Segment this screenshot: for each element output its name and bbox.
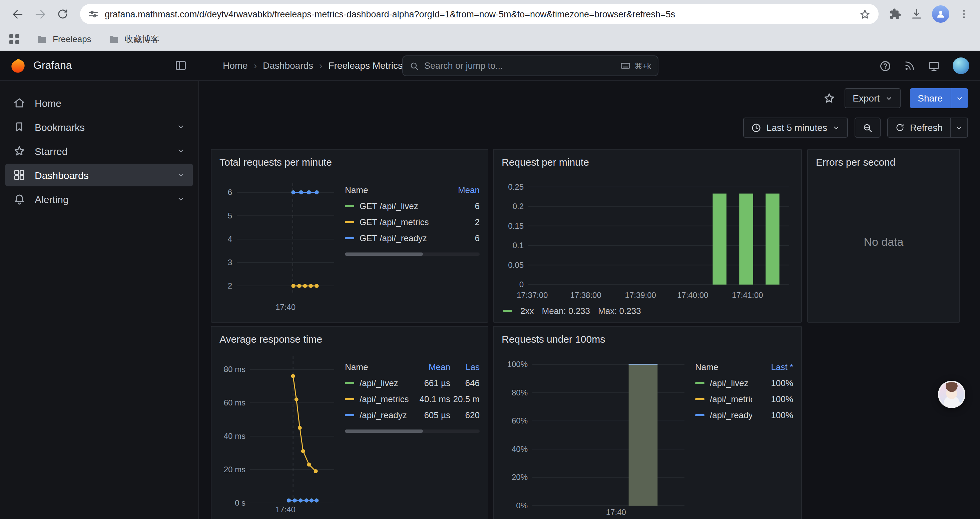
panel-total-requests: Total requests per minute 6543217:40 Nam… bbox=[211, 149, 488, 323]
grafana-logo[interactable] bbox=[10, 57, 27, 74]
chevron-down-icon[interactable] bbox=[177, 171, 185, 179]
legend-series-label[interactable]: 2xx bbox=[520, 306, 534, 316]
bookmark-folder-blogs[interactable]: 收藏博客 bbox=[109, 33, 159, 45]
refresh-interval-dropdown[interactable] bbox=[950, 118, 967, 137]
horizontal-scrollbar[interactable] bbox=[345, 430, 480, 433]
requests-under-100ms-chart[interactable]: 100%80%60%40%20%0%17:40 bbox=[502, 349, 689, 519]
series-color-dash bbox=[345, 414, 354, 416]
dashboard-actions: Export Share bbox=[823, 88, 968, 108]
share-dropdown-icon[interactable] bbox=[951, 88, 968, 108]
table-row[interactable]: /api/_readyz 605 µs 620 bbox=[345, 407, 480, 423]
svg-text:60 ms: 60 ms bbox=[224, 398, 245, 407]
search-input[interactable]: Search or jump to... ⌘+k bbox=[402, 56, 659, 76]
svg-text:40 ms: 40 ms bbox=[224, 431, 245, 441]
svg-text:17:40: 17:40 bbox=[275, 505, 296, 514]
browser-profile-avatar[interactable] bbox=[932, 5, 949, 23]
site-settings-icon[interactable] bbox=[88, 9, 99, 19]
star-icon bbox=[13, 145, 25, 157]
sidebar-item-bookmarks[interactable]: Bookmarks bbox=[5, 115, 193, 138]
series-color-dash bbox=[695, 414, 705, 416]
svg-text:0.1: 0.1 bbox=[513, 241, 524, 250]
chevron-down-icon[interactable] bbox=[177, 147, 185, 155]
svg-text:20%: 20% bbox=[512, 473, 528, 482]
search-icon bbox=[410, 61, 419, 70]
table-row[interactable]: /api/_metrics 100% bbox=[695, 391, 793, 407]
forward-icon[interactable] bbox=[29, 3, 51, 25]
panel-title[interactable]: Average response time bbox=[220, 332, 480, 347]
collapse-sidebar-icon[interactable] bbox=[175, 59, 187, 72]
svg-text:0 s: 0 s bbox=[235, 498, 245, 507]
total-requests-chart[interactable]: 6543217:40 bbox=[220, 172, 338, 315]
header-icons bbox=[879, 51, 969, 81]
sidebar-item-alerting[interactable]: Alerting bbox=[5, 188, 193, 211]
bookmark-label: Freeleaps bbox=[53, 34, 91, 44]
series-color-dash bbox=[345, 237, 354, 239]
dashboards-grid-icon bbox=[13, 169, 25, 181]
svg-text:0%: 0% bbox=[516, 501, 528, 510]
time-controls: Last 5 minutes Refresh bbox=[743, 118, 968, 137]
column-header-name[interactable]: Name bbox=[695, 362, 752, 372]
reload-icon[interactable] bbox=[52, 3, 73, 25]
series-color-dash bbox=[695, 382, 705, 384]
panel-title[interactable]: Total requests per minute bbox=[220, 155, 480, 170]
chevron-down-icon bbox=[885, 94, 892, 102]
panel-title[interactable]: Requests under 100ms bbox=[502, 332, 793, 347]
column-header-mean[interactable]: Mean bbox=[446, 185, 480, 195]
search-placeholder: Search or jump to... bbox=[424, 61, 503, 71]
sidebar-item-label: Bookmarks bbox=[35, 121, 85, 133]
url-bar[interactable]: grafana.mathmast.com/d/deytv4rwavabkb/fr… bbox=[80, 4, 878, 24]
help-icon[interactable] bbox=[879, 60, 891, 72]
horizontal-scrollbar[interactable] bbox=[345, 252, 480, 256]
table-row[interactable]: GET /api/_livez 6 bbox=[345, 198, 480, 214]
bookmarks-bar: Freeleaps 收藏博客 bbox=[0, 28, 980, 51]
monitor-icon[interactable] bbox=[928, 60, 940, 72]
downloads-icon[interactable] bbox=[911, 8, 923, 20]
column-header-name[interactable]: Name bbox=[345, 362, 409, 372]
column-header-name[interactable]: Name bbox=[345, 185, 446, 195]
chevron-down-icon[interactable] bbox=[177, 195, 185, 203]
export-label: Export bbox=[853, 93, 880, 104]
news-rss-icon[interactable] bbox=[904, 60, 915, 72]
apps-grid-icon[interactable] bbox=[10, 34, 19, 44]
breadcrumb-dashboards[interactable]: Dashboards bbox=[263, 60, 313, 71]
legend[interactable]: 2xx Mean: 0.233 Max: 0.233 bbox=[502, 306, 793, 316]
zoom-out-button[interactable] bbox=[854, 118, 881, 137]
zoom-out-icon bbox=[862, 123, 873, 133]
back-icon[interactable] bbox=[7, 3, 28, 25]
legend-table: Name Last * /api/_livez 100% /api/_metri… bbox=[695, 359, 793, 519]
request-per-minute-chart[interactable]: 0.250.20.150.10.05017:37:0017:38:0017:39… bbox=[502, 172, 793, 303]
bookmark-star-icon[interactable] bbox=[859, 8, 870, 20]
column-header-mean[interactable]: Mean bbox=[409, 362, 450, 372]
sidebar-item-home[interactable]: Home bbox=[5, 91, 193, 114]
user-avatar[interactable] bbox=[953, 57, 969, 74]
table-row[interactable]: /api/_livez 100% bbox=[695, 375, 793, 391]
svg-text:20 ms: 20 ms bbox=[224, 465, 245, 474]
bookmark-folder-freeleaps[interactable]: Freeleaps bbox=[37, 34, 91, 45]
svg-text:0: 0 bbox=[519, 280, 524, 289]
chevron-down-icon[interactable] bbox=[177, 123, 185, 131]
extensions-icon[interactable] bbox=[889, 8, 901, 20]
sidebar-item-dashboards[interactable]: Dashboards bbox=[5, 164, 193, 186]
svg-text:80 ms: 80 ms bbox=[224, 365, 245, 374]
breadcrumb-separator: › bbox=[319, 60, 322, 71]
table-row[interactable]: /api/_readyz 100% bbox=[695, 407, 793, 423]
table-row[interactable]: GET /api/_readyz 6 bbox=[345, 230, 480, 246]
refresh-button[interactable]: Refresh bbox=[887, 118, 968, 137]
panel-title[interactable]: Errors per second bbox=[816, 155, 951, 170]
column-header-last[interactable]: Last * bbox=[752, 362, 793, 372]
panel-title[interactable]: Request per minute bbox=[502, 155, 793, 170]
table-row[interactable]: /api/_metrics 40.1 ms 20.5 m bbox=[345, 391, 480, 407]
average-response-chart[interactable]: 80 ms60 ms40 ms20 ms0 s17:40 bbox=[220, 349, 338, 517]
table-row[interactable]: /api/_livez 661 µs 646 bbox=[345, 375, 480, 391]
export-button[interactable]: Export bbox=[845, 88, 900, 108]
column-header-last[interactable]: Las bbox=[450, 362, 480, 372]
floating-assistant-avatar[interactable] bbox=[938, 381, 965, 408]
svg-text:17:40:00: 17:40:00 bbox=[677, 291, 708, 300]
time-range-picker[interactable]: Last 5 minutes bbox=[743, 118, 848, 137]
breadcrumb-home[interactable]: Home bbox=[223, 60, 248, 71]
share-button[interactable]: Share bbox=[910, 88, 968, 108]
sidebar-item-starred[interactable]: Starred bbox=[5, 140, 193, 162]
favorite-star-icon[interactable] bbox=[823, 92, 835, 104]
menu-icon[interactable] bbox=[959, 9, 969, 19]
table-row[interactable]: GET /api/_metrics 2 bbox=[345, 214, 480, 230]
